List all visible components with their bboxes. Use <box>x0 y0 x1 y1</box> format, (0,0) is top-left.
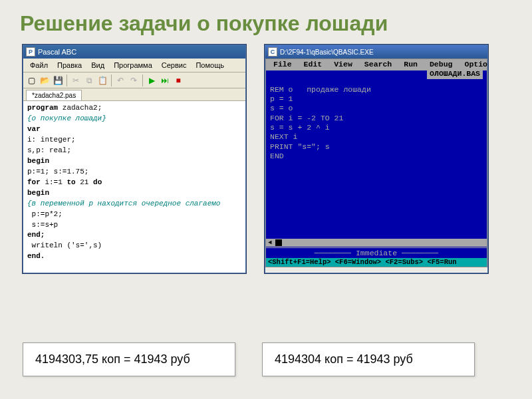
stop-icon[interactable]: ■ <box>172 74 184 86</box>
code-kw: to <box>66 178 75 186</box>
redo-icon[interactable]: ↷ <box>128 74 140 86</box>
dos-scrollbar[interactable]: ◄ <box>266 239 487 247</box>
qbasic-window: C D:\2F94-1\qBasic\QBASIC.EXE File Edit … <box>265 45 488 273</box>
code-kw: end. <box>27 252 45 260</box>
open-icon[interactable]: 📂 <box>39 74 51 86</box>
pascal-tabbar: *zadacha2.pas <box>23 88 245 101</box>
qbasic-statusbar: <Shift+F1=Help> <F6=Window> <F2=Subs> <F… <box>266 258 487 267</box>
code-line: s = s + 2 ^ i <box>270 123 330 132</box>
scroll-left-icon[interactable]: ◄ <box>266 239 274 247</box>
qbasic-menubar: File Edit View Search Run Debug Optio <box>266 59 487 70</box>
window-title: Pascal ABC <box>38 48 76 56</box>
code-kw: do <box>93 178 102 186</box>
paste-icon[interactable]: 📋 <box>96 74 108 86</box>
menu-edit[interactable]: Edit <box>298 60 329 69</box>
pascal-titlebar: P Pascal ABC <box>23 45 245 59</box>
menu-debug[interactable]: Debug <box>424 60 459 69</box>
dos-icon: C <box>268 47 277 57</box>
results-row: 4194303,75 коп = 41943 руб 4194304 коп =… <box>0 342 497 376</box>
app-icon: P <box>26 47 35 57</box>
cut-icon[interactable]: ✂ <box>70 74 82 86</box>
pascal-toolbar: ▢ 📂 💾 ✂ ⧉ 📋 ↶ ↷ ▶ ⏭ ■ <box>23 72 245 88</box>
code-line: NEXT i <box>270 132 297 141</box>
step-icon[interactable]: ⏭ <box>159 74 171 86</box>
qbasic-code[interactable]: REM о продаже лошади p = 1 s = o FOR i =… <box>266 70 487 164</box>
immediate-pane-label: ──────── Immediate ──────── <box>266 247 487 258</box>
qbasic-filename: ОЛОШАДИ.BAS <box>427 69 483 78</box>
menu-help[interactable]: Помощь <box>192 60 228 70</box>
toolbar-separator <box>66 74 67 86</box>
menu-search[interactable]: Search <box>358 60 398 69</box>
code-kw: begin <box>27 157 49 165</box>
qbasic-result: 4194304 коп = 41943 руб <box>262 342 475 376</box>
code-line: END <box>270 152 284 160</box>
code-text: zadacha2; <box>58 104 102 112</box>
menu-edit[interactable]: Правка <box>53 60 86 70</box>
pascal-result: 4194303,75 коп = 41943 руб <box>23 342 235 376</box>
menu-service[interactable]: Сервис <box>158 60 191 70</box>
scroll-thumb[interactable] <box>275 239 282 246</box>
menu-file[interactable]: File <box>267 60 298 69</box>
code-text: 21 <box>76 178 93 186</box>
code-text: s:=s+p <box>27 221 58 229</box>
code-text: i: integer; <box>27 136 76 144</box>
menu-view[interactable]: View <box>328 60 358 69</box>
pascal-code[interactable]: program zadacha2; {о покупке лошади} var… <box>23 101 245 273</box>
code-comment: {о покупке лошади} <box>27 114 106 122</box>
code-line: FOR i = -2 TO 21 <box>270 114 343 122</box>
code-line: p = 1 <box>270 94 293 103</box>
copy-icon[interactable]: ⧉ <box>83 74 95 86</box>
toolbar-separator <box>142 74 143 86</box>
run-icon[interactable]: ▶ <box>146 74 158 86</box>
code-kw: end; <box>27 231 45 239</box>
code-text: i:=1 <box>41 178 67 186</box>
window-title: D:\2F94-1\qBasic\QBASIC.EXE <box>280 49 374 56</box>
menu-view[interactable]: Вид <box>87 60 108 70</box>
code-line: PRINT "s="; s <box>270 142 330 151</box>
code-kw: var <box>27 125 41 133</box>
immediate-label-text: Immediate <box>356 249 397 257</box>
code-text: p:=1; s:=1.75; <box>27 168 88 176</box>
code-line: REM о продаже лошади <box>270 85 371 94</box>
file-tab[interactable]: *zadacha2.pas <box>26 90 82 100</box>
code-text: p:=p*2; <box>27 210 63 218</box>
menu-file[interactable]: Файл <box>26 60 52 70</box>
code-kw: begin <box>27 189 49 197</box>
slide-title: Решение задачи о покупке лошади <box>0 0 532 45</box>
pascal-menubar: Файл Правка Вид Программа Сервис Помощь <box>23 59 245 72</box>
save-icon[interactable]: 💾 <box>52 74 64 86</box>
windows-row: P Pascal ABC Файл Правка Вид Программа С… <box>0 45 532 273</box>
code-comment: {в пеpеменной p находится очеpедное слаг… <box>27 200 220 207</box>
dos-body: File Edit View Search Run Debug Optio ОЛ… <box>265 59 487 267</box>
toolbar-separator <box>111 74 112 86</box>
new-icon[interactable]: ▢ <box>25 74 37 86</box>
menu-run[interactable]: Run <box>398 60 424 69</box>
code-text: writeln ('s=',s) <box>27 241 102 249</box>
code-kw: program <box>27 104 58 112</box>
undo-icon[interactable]: ↶ <box>114 74 126 86</box>
menu-options[interactable]: Optio <box>458 60 493 69</box>
menu-program[interactable]: Программа <box>110 60 156 70</box>
pascal-window: P Pascal ABC Файл Правка Вид Программа С… <box>23 45 246 273</box>
code-line: s = o <box>270 104 293 112</box>
code-kw: for <box>27 178 41 186</box>
code-text: s,p: real; <box>27 146 71 154</box>
qbasic-titlebar: C D:\2F94-1\qBasic\QBASIC.EXE <box>265 45 487 59</box>
